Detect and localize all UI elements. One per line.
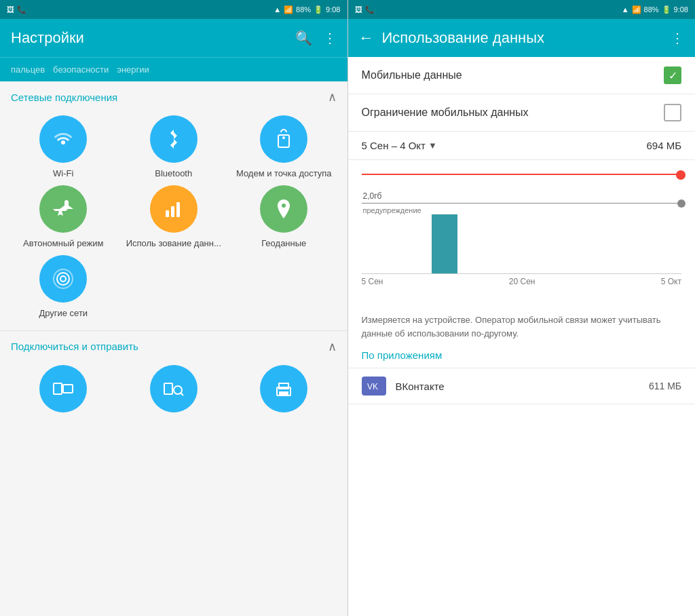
right-left-icons: 🖼 📞 [355,5,375,14]
datausage-title: Использование данных [382,29,671,47]
svg-point-1 [282,136,285,139]
left-status-icons: 🖼 📞 [7,5,26,14]
datausage-header: ← Использование данных ⋮ [348,19,696,57]
connect-icon-1 [39,365,87,412]
date-range-left[interactable]: 5 Сен – 4 Окт ▼ [362,140,437,151]
network-section-title: Сетевые подключения [11,92,117,103]
svg-rect-9 [63,385,73,393]
geodata-label: Геоданные [261,238,306,250]
battery-icon: 🔋 [314,5,323,14]
wifi-icon-circle [39,115,87,163]
bluetooth-item[interactable]: Bluetooth [121,115,227,180]
gallery-icon: 🖼 [7,5,14,14]
othernets-svg [51,267,75,291]
svg-rect-2 [166,210,169,217]
network-grid: Wi-Fi Bluetooth [0,110,348,330]
orange-usage-line[interactable] [362,174,682,175]
settings-title: Настройки [11,29,295,47]
status-bar-right: 🖼 📞 ▲ 📶 88% 🔋 9:08 [348,0,696,19]
network-section-header: Сетевые подключения ∧ [0,81,348,110]
breadcrumb-fingers[interactable]: пальцев [11,64,45,75]
connect-collapse-button[interactable]: ∧ [328,339,337,354]
breadcrumb-security[interactable]: безопасности [53,64,109,75]
modem-svg [271,127,296,151]
phone-tablet-svg [52,378,74,400]
printer-svg [273,378,295,400]
data-total: 694 МБ [646,140,681,151]
svg-line-12 [181,393,183,396]
breadcrumb-bar: пальцев безопасности энергии [0,57,348,81]
time-right: 9:08 [674,5,688,14]
chart-x-labels: 5 Сен 20 Сен 5 Окт [362,274,682,289]
wifi-item[interactable]: Wi-Fi [11,115,116,180]
bluetooth-icon-circle [150,115,198,163]
othernets-item[interactable]: Другие сети [11,255,116,320]
geodata-item[interactable]: Геоданные [231,185,337,250]
gray-warning-line[interactable] [362,203,682,204]
more-menu-button[interactable]: ⋮ [323,30,337,46]
app-name-vk: ВКонтакте [396,381,649,392]
limit-data-checkbox[interactable] [664,104,681,121]
x-label-3: 5 Окт [661,277,681,286]
connect-icon-3 [260,365,307,412]
right-status-icons: ▲ 📶 88% 🔋 9:08 [274,5,340,14]
app-size-vk: 611 МБ [649,381,681,391]
signal-icon-r: 📶 [632,5,641,14]
app-row-vk[interactable]: VK ВКонтакте 611 МБ [348,368,696,404]
phone-icon-r: 📞 [365,5,375,14]
airplane-item[interactable]: Автономный режим [11,185,116,250]
limit-data-row: Ограничение мобильных данных [348,94,696,132]
datausage-content: Мобильные данные ✓ Ограничение мобильных… [348,57,696,616]
othernets-label: Другие сети [39,308,88,320]
mobile-data-row: Мобильные данные ✓ [348,57,696,94]
signal-icon: 📶 [284,5,293,14]
datausage-svg [162,197,186,221]
x-label-1: 5 Сен [362,277,383,286]
mobile-data-checkbox[interactable]: ✓ [664,66,681,84]
chart-bar-1 [432,214,457,273]
svg-rect-15 [279,391,288,396]
airplane-label: Автономный режим [23,238,103,250]
connect-item-1[interactable] [11,365,116,412]
search-button[interactable]: 🔍 [295,30,312,46]
connect-item-2[interactable] [121,365,227,412]
warning-text-label: предупреждение [363,206,421,214]
battery-label: 88% [296,5,311,14]
phone-icon: 📞 [17,5,26,14]
svg-rect-4 [176,202,180,217]
by-apps-link[interactable]: По приложениям [348,343,696,368]
usage-chart: 2,0гб предупреждение 5 Сен 20 Сен 5 Окт [348,166,696,301]
info-text: Измеряется на устройстве. Оператор мобил… [348,307,696,343]
x-label-2: 20 Сен [509,277,536,286]
date-range-text: 5 Сен – 4 Окт [362,140,426,151]
more-menu-right-button[interactable]: ⋮ [671,30,684,46]
status-bar-left: 🖼 📞 ▲ 📶 88% 🔋 9:08 [0,0,348,19]
datausage-icon-circle [150,185,198,233]
network-collapse-button[interactable]: ∧ [328,90,337,104]
wifi-svg [51,127,75,151]
svg-rect-3 [171,206,174,217]
back-button[interactable]: ← [359,29,374,47]
battery-icon-r: 🔋 [662,5,671,14]
search-device-svg [163,378,185,400]
connect-grid [0,360,348,423]
bluetooth-label: Bluetooth [155,168,192,180]
geodata-svg [271,197,296,221]
settings-panel: 🖼 📞 ▲ 📶 88% 🔋 9:08 Настройки 🔍 ⋮ пальцев… [0,0,348,616]
breadcrumb-energy[interactable]: энергии [117,64,149,75]
svg-point-5 [60,276,66,282]
svg-text:VK: VK [367,382,378,391]
modem-item[interactable]: Модем и точка доступа [231,115,337,180]
gray-dot [677,199,685,208]
date-dropdown-arrow: ▼ [428,140,437,151]
vk-logo-svg: VK [366,381,382,391]
connect-item-3[interactable] [231,365,337,412]
modem-icon-circle [260,115,307,163]
settings-header: Настройки 🔍 ⋮ [0,19,348,57]
wifi-status-icon-r: ▲ [622,5,629,14]
datausage-item[interactable]: Исполь зование данн... [121,185,227,250]
airplane-svg [51,197,75,221]
vk-icon: VK [362,377,386,396]
warning-value-label: 2,0гб [363,191,382,201]
svg-rect-10 [164,383,172,394]
